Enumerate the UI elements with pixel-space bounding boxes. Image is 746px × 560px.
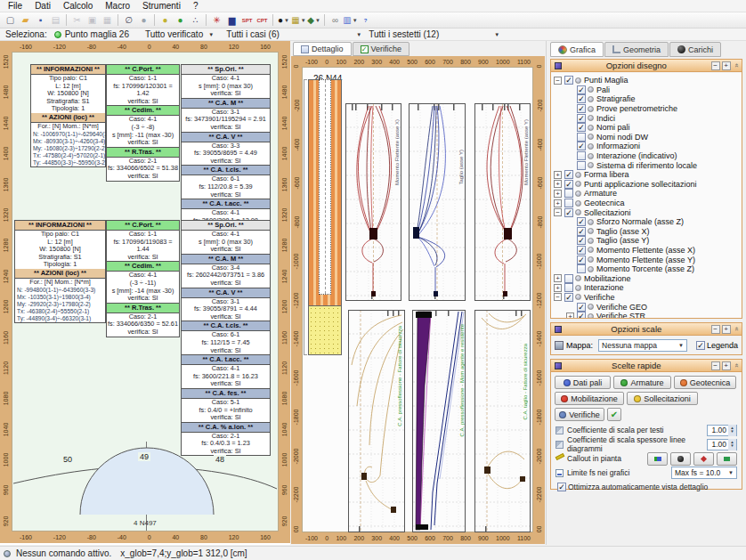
checkbox[interactable]: ✓ — [564, 293, 573, 302]
checkbox[interactable]: ✓ — [577, 303, 586, 312]
share-icon[interactable]: ◆▼ — [306, 13, 321, 28]
expander-icon[interactable]: − — [554, 77, 562, 85]
link-icon[interactable]: ∞ — [328, 13, 343, 28]
menu-item[interactable]: Dati — [28, 1, 57, 11]
sphere-black-icon[interactable]: ●▼ — [276, 13, 291, 28]
tree-item[interactable]: +Armature — [551, 189, 742, 199]
tree-item[interactable]: −✓Sollecitazioni — [551, 207, 742, 217]
tree-item[interactable]: ✓Prove penetrometriche — [551, 104, 742, 114]
expander-icon[interactable]: + — [554, 284, 562, 292]
checkbox[interactable]: ✓ — [564, 180, 573, 189]
sphere-gray-icon[interactable]: ● — [136, 13, 151, 28]
collapse-button[interactable]: − — [711, 61, 720, 70]
detail-canvas[interactable]: 26 N44 — [302, 67, 533, 532]
tree-item[interactable]: ✓Informazioni — [551, 142, 742, 151]
checkbox[interactable] — [577, 161, 586, 170]
checkbox[interactable]: ✓ — [564, 208, 573, 217]
help-icon[interactable]: ? — [358, 13, 373, 28]
collapse-button[interactable]: − — [711, 361, 720, 370]
checkbox[interactable] — [577, 151, 586, 160]
quick-button-mobilitazione[interactable]: Mobilitazione — [555, 392, 624, 405]
grid-icon[interactable]: ▦▼ — [291, 13, 306, 28]
spt-icon[interactable]: SPT — [239, 13, 255, 28]
checkbox[interactable] — [564, 274, 573, 283]
fs-limit-select[interactable]: Max fs = 10.0▼ — [671, 467, 737, 479]
map-select[interactable]: Nessuna mappa▼ — [598, 339, 687, 352]
tree-item[interactable]: +Interazione — [551, 283, 742, 293]
tree-item[interactable]: ✓Sforzo Normale (asse Z) — [551, 217, 742, 227]
quick-button-dati-pali[interactable]: Dati pali — [555, 376, 611, 389]
collapse-button[interactable]: − — [711, 325, 720, 334]
tab-carichi[interactable]: Carichi — [669, 42, 721, 57]
tree-item[interactable]: ✓Indici — [551, 113, 742, 123]
checkbox[interactable] — [564, 283, 573, 292]
checkbox[interactable] — [564, 199, 573, 207]
group-icon[interactable]: ∴ — [188, 13, 203, 28]
checkbox[interactable]: ✓ — [564, 76, 573, 85]
checkbox[interactable]: ✓ — [577, 246, 586, 255]
menu-item[interactable]: Macro — [99, 1, 136, 11]
expander-icon[interactable]: + — [554, 180, 562, 188]
tab-verifiche[interactable]: ✓Verifiche — [353, 42, 410, 56]
collapse-all-icon[interactable]: « — [732, 327, 740, 330]
quick-button-armature[interactable]: Armature — [613, 376, 671, 389]
expander-icon[interactable]: + — [554, 190, 562, 198]
layout-icon[interactable]: ▥▼ — [343, 13, 358, 28]
tree-item[interactable]: ✓Verifiche GEO — [551, 302, 742, 312]
checkbox[interactable] — [564, 189, 573, 198]
expander-icon[interactable]: − — [554, 293, 562, 301]
spinner-arrows-icon[interactable]: ▲▼ — [728, 425, 736, 436]
tree-item[interactable]: +✓Punti applicazione sollecitazioni — [551, 180, 742, 190]
expand-button[interactable]: + — [722, 361, 731, 370]
checkbox[interactable]: ✓ — [577, 256, 586, 264]
tree-item[interactable]: ✓Taglio (asse X) — [551, 227, 742, 237]
tree-item[interactable]: ✓Momento Flettente (asse X) — [551, 246, 742, 256]
checkbox[interactable]: ✓ — [577, 236, 586, 245]
plan-canvas[interactable]: ** INFORMAZIONI **Tipo palo: C1L: 12 [m]… — [12, 52, 279, 532]
checkbox[interactable]: ✓ — [577, 94, 586, 103]
tree-item[interactable]: Interazione (indicativo) — [551, 151, 742, 161]
checkbox[interactable]: ✓ — [577, 114, 586, 123]
attachment-icon[interactable]: ∅ — [121, 13, 136, 28]
legenda-checkbox[interactable]: ✓ — [696, 341, 705, 350]
checkbox[interactable]: ✓ — [577, 312, 586, 318]
verify-ok-button[interactable]: ✔ — [607, 408, 621, 421]
callout-squares-button[interactable] — [647, 452, 668, 466]
expander-icon[interactable]: + — [566, 312, 574, 318]
callout-red-button[interactable] — [693, 452, 714, 466]
tree-item[interactable]: +Mobilitazione — [551, 273, 742, 283]
tree-item[interactable]: ✓Stratigrafie — [551, 94, 742, 104]
network-red-icon[interactable]: ✳ — [209, 13, 224, 28]
tree-item[interactable]: −✓Punti Maglia — [551, 76, 742, 85]
expander-icon[interactable]: + — [554, 274, 562, 282]
sphere-yellow-icon[interactable]: ● — [158, 13, 173, 28]
open-folder-icon[interactable]: ▰ — [18, 13, 33, 28]
collapse-all-icon[interactable]: « — [732, 363, 740, 367]
new-document-icon[interactable]: ▢ — [3, 13, 18, 28]
callout-green-button[interactable] — [717, 452, 737, 466]
tree-item[interactable]: Sistema di riferimento locale — [551, 160, 742, 170]
tab-dettaglio[interactable]: Dettaglio — [293, 42, 352, 56]
tab-geometria[interactable]: Geometria — [604, 42, 669, 57]
expander-icon[interactable]: − — [554, 208, 562, 216]
tree-item[interactable]: ✓Pali — [551, 85, 742, 95]
quick-button-sollecitazioni[interactable]: Sollecitazioni — [627, 392, 698, 405]
tab-grafica[interactable]: Grafica — [550, 42, 604, 57]
expander-icon[interactable]: + — [554, 171, 562, 179]
tree-item[interactable]: ✓Momento Flettente (asse Y) — [551, 255, 742, 264]
checkbox[interactable] — [577, 133, 586, 142]
expand-button[interactable]: + — [722, 325, 731, 334]
tree-item[interactable]: Momento Torcente (asse Z) — [551, 264, 742, 274]
checkbox[interactable] — [577, 264, 586, 273]
tree-item[interactable]: Nomi nodi DW — [551, 133, 742, 142]
callout-sphere-button[interactable] — [670, 452, 691, 466]
tree-item[interactable]: ✓Taglio (asse Y) — [551, 236, 742, 246]
checkbox[interactable]: ✓ — [577, 123, 586, 132]
line-scale-spinner[interactable]: 1.00▲▼ — [707, 439, 737, 450]
collapse-all-icon[interactable]: « — [732, 63, 740, 67]
save-icon[interactable]: ▪ — [33, 13, 48, 28]
quick-button-verifiche[interactable]: Verifiche — [555, 408, 604, 421]
sextets-dropdown[interactable]: Tutti i sestetti (12)▼ — [369, 29, 499, 39]
menu-item[interactable]: File — [2, 1, 28, 11]
checkbox[interactable]: ✓ — [577, 85, 586, 94]
